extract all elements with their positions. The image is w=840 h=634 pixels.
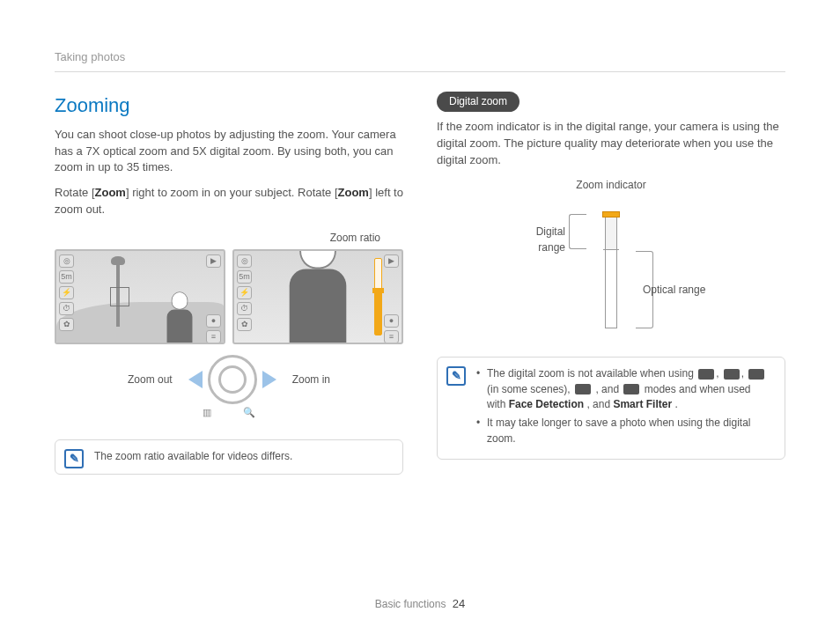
page-number: 24 — [453, 597, 465, 610]
text: . — [674, 398, 677, 410]
zoom-indicator-label: Zoom indicator — [437, 178, 785, 193]
breadcrumb: Taking photos — [55, 49, 785, 72]
timer-icon: ⏱ — [59, 302, 74, 315]
page-title: Zooming — [55, 92, 403, 120]
zoom-out-label: Zoom out — [128, 372, 173, 387]
footer-section: Basic functions — [375, 598, 446, 610]
intro-text: You can shoot close-up photos by adjusti… — [55, 127, 403, 177]
note-box-left: ✎ The zoom ratio available for videos di… — [55, 439, 403, 474]
play-icon: ▶ — [384, 254, 399, 268]
smart-filter-term: Smart Filter — [613, 398, 672, 410]
menu-icon: ≡ — [206, 330, 221, 343]
brace-icon — [569, 214, 586, 249]
screen-wide: ◎ 5m ⚡ ⏱ ✿ ▶ ● ≡ — [55, 249, 225, 344]
focus-box-icon — [110, 287, 129, 306]
screen-zoomed: ◎ 5m ⚡ ⏱ ✿ ▶ ● ≡ — [232, 249, 403, 344]
rec-icon: ● — [384, 314, 399, 328]
timer-icon: ⏱ — [237, 302, 252, 315]
dial-sub-icons: ▥ 🔍 — [55, 406, 403, 420]
text: Rotate [ — [55, 186, 95, 199]
mode-icon — [724, 369, 740, 380]
note-box-right: ✎ The digital zoom is not available when… — [437, 357, 785, 460]
zoom-in-label: Zoom in — [292, 372, 330, 387]
camera-screens: ◎ 5m ⚡ ⏱ ✿ ▶ ● ≡ ◎ 5m ⚡ ⏱ — [55, 249, 403, 344]
text: , and — [595, 383, 622, 395]
size-icon: 5m — [59, 270, 74, 284]
tele-icon: 🔍 — [243, 406, 255, 420]
size-icon: 5m — [237, 270, 252, 284]
zoom-word: Zoom — [338, 186, 369, 199]
zoom-dial-row: Zoom out Zoom in — [55, 351, 403, 408]
left-column: Zooming You can shoot close-up photos by… — [55, 92, 403, 475]
arrow-right-icon — [262, 371, 276, 388]
mode-icon — [575, 384, 591, 394]
text: (in some scenes), — [487, 383, 573, 395]
indicator-diagram: Digital range Optical range — [514, 196, 708, 337]
right-column: Digital zoom If the zoom indicator is in… — [437, 92, 785, 475]
arrow-left-icon — [188, 371, 203, 388]
digital-zoom-pill: Digital zoom — [437, 92, 519, 112]
text: ] right to zoom in on your subject. Rota… — [126, 186, 338, 199]
rec-icon: ● — [206, 314, 221, 328]
flash-icon: ⚡ — [237, 286, 252, 299]
digital-range-label: Digital range — [514, 225, 565, 255]
macro-icon: ✿ — [237, 318, 252, 331]
wide-icon: ▥ — [203, 406, 211, 420]
note-left-text: The zoom ratio available for videos diff… — [94, 450, 292, 462]
page-footer: Basic functions 24 — [0, 596, 840, 613]
mode-icon: ◎ — [59, 254, 74, 268]
mode-icon — [748, 369, 764, 380]
mode-icon — [698, 369, 714, 380]
face-detection-term: Face Detection — [509, 398, 584, 410]
mode-icon — [623, 384, 639, 394]
zoom-bar-icon — [374, 258, 382, 335]
flash-icon: ⚡ — [59, 286, 74, 299]
play-icon: ▶ — [206, 254, 221, 268]
zoom-word: Zoom — [95, 186, 126, 199]
text: , and — [586, 398, 613, 410]
zoom-ratio-label: Zoom ratio — [55, 231, 380, 246]
mode-icon: ◎ — [237, 254, 252, 268]
digital-zoom-text: If the zoom indicator is in the digital … — [437, 119, 785, 169]
macro-icon: ✿ — [59, 318, 74, 331]
note-item: The digital zoom is not available when u… — [476, 366, 772, 412]
zoom-bar-diagram-icon — [605, 214, 617, 328]
note-icon: ✎ — [446, 366, 466, 386]
optical-range-label: Optical range — [643, 283, 708, 298]
note-item: It may take longer to save a photo when … — [476, 416, 772, 446]
zoom-dial-icon — [204, 351, 261, 408]
note-icon: ✎ — [64, 449, 84, 468]
menu-icon: ≡ — [384, 330, 399, 343]
text: The digital zoom is not available when u… — [487, 367, 696, 380]
rotate-instruction: Rotate [Zoom] right to zoom in on your s… — [55, 185, 403, 218]
